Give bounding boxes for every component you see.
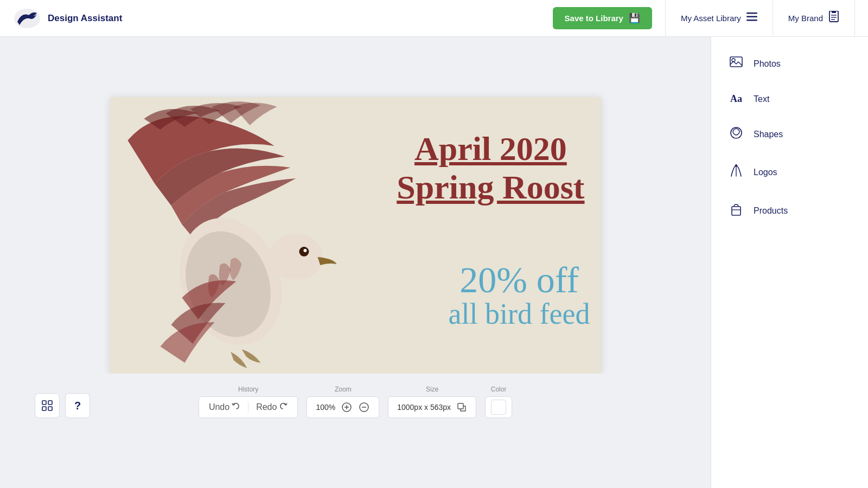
nav-brand-label: My Brand — [788, 14, 823, 23]
header-actions: Save to Library 💾 My Asset Library My Br… — [553, 0, 855, 37]
zoom-out-button[interactable] — [358, 402, 370, 412]
bottom-left-buttons: ? — [35, 393, 90, 418]
bird-illustration — [110, 97, 395, 374]
svg-rect-17 — [42, 407, 46, 410]
sidebar-shapes-label: Shapes — [754, 130, 783, 139]
header: Design Assistant Save to Library 💾 My As… — [0, 0, 868, 37]
canvas[interactable]: April 2020 Spring Roost 20% off all bird… — [110, 97, 601, 374]
products-icon — [729, 202, 744, 220]
sidebar-products-label: Products — [754, 206, 788, 216]
zoom-box: 100% — [307, 396, 379, 418]
logos-icon — [729, 164, 744, 181]
grid-view-button[interactable] — [35, 393, 60, 418]
svg-rect-2 — [746, 12, 757, 14]
sidebar-text-label: Text — [754, 94, 769, 104]
canvas-area: April 2020 Spring Roost 20% off all bird… — [0, 37, 711, 488]
svg-rect-4 — [746, 20, 757, 21]
undo-label: Undo — [209, 402, 229, 412]
color-swatch[interactable] — [491, 400, 506, 415]
save-icon: 💾 — [629, 12, 640, 24]
resize-button[interactable] — [456, 403, 467, 412]
main-area: April 2020 Spring Roost 20% off all bird… — [0, 37, 868, 488]
svg-rect-6 — [832, 11, 836, 13]
promo-big-text: 20% off — [449, 261, 590, 298]
redo-icon — [279, 402, 288, 413]
redo-button[interactable]: Redo — [255, 402, 289, 413]
history-box: Undo Redo — [199, 396, 298, 418]
redo-label: Redo — [256, 402, 277, 412]
svg-rect-18 — [48, 407, 52, 410]
svg-rect-16 — [48, 401, 52, 404]
svg-point-14 — [303, 249, 307, 252]
sidebar-item-shapes[interactable]: Shapes — [711, 115, 868, 153]
canvas-promo: 20% off all bird feed — [449, 261, 590, 330]
svg-point-12 — [269, 234, 323, 280]
menu-lines-icon — [746, 12, 757, 24]
color-box[interactable] — [485, 396, 512, 418]
size-label: Size — [426, 386, 438, 393]
svg-point-0 — [14, 9, 40, 28]
divider — [248, 402, 248, 413]
nav-my-asset-library[interactable]: My Asset Library — [665, 0, 773, 37]
promo-sub-text: all bird feed — [449, 298, 590, 330]
sidebar-item-text[interactable]: Aa Text — [711, 82, 868, 115]
sidebar-photos-label: Photos — [754, 59, 781, 69]
save-button-label: Save to Library — [565, 14, 623, 23]
svg-rect-15 — [42, 401, 46, 404]
sidebar-logos-label: Logos — [754, 168, 777, 177]
undo-button[interactable]: Undo — [208, 402, 241, 413]
shapes-icon — [729, 126, 744, 143]
zoom-control: Zoom 100% — [307, 386, 379, 418]
help-button[interactable]: ? — [65, 393, 90, 418]
brand-icon — [828, 11, 839, 25]
history-label: History — [238, 386, 258, 393]
logo-area: Design Assistant — [13, 7, 553, 30]
nav-my-brand[interactable]: My Brand — [773, 0, 855, 37]
help-icon: ? — [74, 400, 81, 412]
text-icon: Aa — [729, 93, 744, 105]
zoom-value: 100% — [316, 403, 335, 412]
undo-icon — [232, 402, 240, 413]
logo-icon — [13, 7, 41, 30]
logo-text: Design Assistant — [48, 13, 122, 24]
svg-point-28 — [735, 164, 737, 166]
zoom-in-button[interactable] — [341, 402, 353, 412]
save-to-library-button[interactable]: Save to Library 💾 — [553, 7, 652, 29]
svg-point-1 — [29, 14, 32, 17]
bottom-controls: History Undo Redo — [199, 386, 512, 418]
svg-rect-29 — [732, 207, 741, 215]
svg-rect-24 — [458, 403, 463, 409]
color-control: Color — [485, 386, 512, 418]
history-control: History Undo Redo — [199, 386, 298, 418]
sidebar-item-products[interactable]: Products — [711, 191, 868, 230]
canvas-title: April 2020 Spring Roost — [397, 130, 584, 207]
right-sidebar: Photos Aa Text Shapes Lo — [711, 37, 868, 488]
color-label: Color — [491, 386, 507, 393]
zoom-label: Zoom — [335, 386, 352, 393]
sidebar-item-photos[interactable]: Photos — [711, 46, 868, 82]
size-value: 1000px x 563px — [397, 403, 451, 412]
svg-rect-25 — [730, 57, 742, 67]
sidebar-item-logos[interactable]: Logos — [711, 153, 868, 191]
bottom-bar: ? History Undo — [22, 374, 689, 428]
nav-asset-library-label: My Asset Library — [681, 14, 741, 23]
size-control: Size 1000px x 563px — [388, 386, 476, 418]
photos-icon — [729, 56, 744, 72]
svg-point-27 — [731, 127, 742, 138]
size-box: 1000px x 563px — [388, 396, 476, 418]
svg-rect-3 — [746, 16, 757, 18]
